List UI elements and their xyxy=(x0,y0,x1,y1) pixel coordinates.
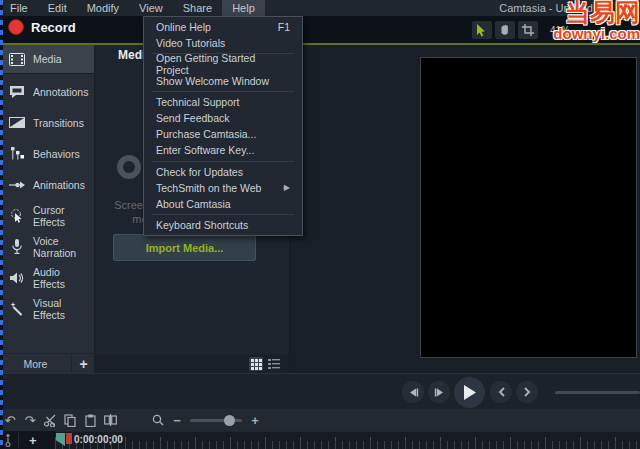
playhead-in-marker[interactable] xyxy=(56,433,65,446)
cursor-arrow-icon xyxy=(476,24,487,37)
menubar: File Edit Modify View Share Help Camtasi… xyxy=(0,0,640,16)
speaker-icon xyxy=(8,269,25,286)
track-options-icon[interactable] xyxy=(4,433,12,447)
menu-item-purchase-camtasia[interactable]: Purchase Camtasia... xyxy=(144,126,302,142)
scissors-icon xyxy=(44,414,57,427)
menu-item-label: Online Help xyxy=(156,21,211,33)
paste-button[interactable] xyxy=(80,411,100,429)
sidebar-label: Animations xyxy=(33,179,85,191)
duration-scrub-bar[interactable] xyxy=(555,391,640,394)
pan-button[interactable] xyxy=(495,21,515,39)
menu-item-label: Check for Updates xyxy=(156,166,243,178)
next-frame-button[interactable] xyxy=(428,381,450,403)
menu-item-keyboard-shortcuts[interactable]: Keyboard Shortcuts xyxy=(144,217,302,233)
menu-view[interactable]: View xyxy=(129,0,173,16)
timeline-ruler[interactable]: 0:00:00;00 xyxy=(55,431,640,449)
menu-item-label: Purchase Camtasia... xyxy=(156,128,256,140)
video-canvas[interactable] xyxy=(420,57,637,358)
record-button[interactable]: Record xyxy=(8,19,76,35)
previous-frame-icon xyxy=(408,388,419,397)
menu-share[interactable]: Share xyxy=(173,0,222,16)
timeline-zoom-knob[interactable] xyxy=(224,415,235,426)
chevron-right-icon xyxy=(524,387,531,397)
microphone-icon xyxy=(8,238,25,255)
canvas-zoom-level[interactable]: 41% xyxy=(550,25,570,36)
menu-edit[interactable]: Edit xyxy=(38,0,77,16)
menu-help[interactable]: Help xyxy=(222,0,265,16)
menu-item-technical-support[interactable]: Technical Support xyxy=(144,94,302,110)
split-button[interactable] xyxy=(100,411,120,429)
sidebar-footer: More + xyxy=(0,353,95,373)
menu-item-label: Enter Software Key... xyxy=(156,144,254,156)
copy-button[interactable] xyxy=(60,411,80,429)
sidebar-label: Voice Narration xyxy=(33,235,94,259)
menu-item-label: Video Tutorials xyxy=(156,37,225,49)
playhead[interactable] xyxy=(56,433,72,446)
menu-item-video-tutorials[interactable]: Video Tutorials xyxy=(144,35,302,51)
redo-button[interactable]: ↷ xyxy=(20,411,40,429)
sidebar-item-visual-effects[interactable]: Visual Effects xyxy=(0,293,94,324)
sidebar-item-transitions[interactable]: Transitions xyxy=(0,107,94,138)
sidebar-item-audio-effects[interactable]: Audio Effects xyxy=(0,262,94,293)
menu-item-enter-software-key[interactable]: Enter Software Key... xyxy=(144,142,302,158)
jump-forward-button[interactable] xyxy=(516,381,538,403)
menu-file[interactable]: File xyxy=(0,0,38,16)
track-tools-divider xyxy=(18,433,19,447)
chevron-left-icon xyxy=(498,387,505,397)
add-track-button[interactable]: + xyxy=(25,433,41,448)
animations-icon xyxy=(8,176,25,193)
sidebar-label: Audio Effects xyxy=(33,266,94,290)
menu-item-send-feedback[interactable]: Send Feedback xyxy=(144,110,302,126)
timeline-zoom-out-button[interactable]: − xyxy=(168,413,186,428)
help-dropdown-menu: Online Help F1 Video Tutorials Open Gett… xyxy=(143,16,303,236)
menu-item-techsmith-on-the-web[interactable]: TechSmith on the Web ▶ xyxy=(144,180,302,196)
sidebar-label: Media xyxy=(33,53,62,65)
sidebar-item-voice-narration[interactable]: Voice Narration xyxy=(0,231,94,262)
sidebar-label: Behaviors xyxy=(33,148,80,160)
list-view-button[interactable] xyxy=(267,357,281,371)
ruler-minor-ticks xyxy=(55,441,640,449)
menu-item-online-help[interactable]: Online Help F1 xyxy=(144,19,302,35)
canvas-stage xyxy=(290,45,640,373)
menu-item-label: Technical Support xyxy=(156,96,239,108)
menu-modify[interactable]: Modify xyxy=(77,0,129,16)
split-icon xyxy=(104,414,117,426)
media-panel-footer xyxy=(95,355,289,373)
menu-separator xyxy=(152,214,294,215)
menu-item-check-for-updates[interactable]: Check for Updates xyxy=(144,164,302,180)
timeline-toolbar: ↶ ↷ − + xyxy=(0,409,640,431)
magic-wand-icon xyxy=(8,300,25,317)
menu-item-label: About Camtasia xyxy=(156,198,231,210)
media-icon xyxy=(8,51,25,68)
empty-media-ring-icon xyxy=(117,155,141,179)
play-icon xyxy=(463,385,476,400)
sidebar-item-behaviors[interactable]: Behaviors xyxy=(0,138,94,169)
previous-frame-button[interactable] xyxy=(402,381,424,403)
timeline-zoom-slider[interactable] xyxy=(190,419,242,422)
timeline-zoom-in-button[interactable]: + xyxy=(246,413,264,428)
sidebar-item-cursor-effects[interactable]: Cursor Effects xyxy=(0,200,94,231)
sidebar-item-annotations[interactable]: Annotations xyxy=(0,76,94,107)
grid-view-button[interactable] xyxy=(249,357,263,371)
menu-item-label: Open Getting Started Project xyxy=(156,52,290,76)
crop-icon xyxy=(522,24,534,36)
hand-icon xyxy=(499,24,511,36)
cut-button[interactable] xyxy=(40,411,60,429)
sidebar-label: Transitions xyxy=(33,117,84,129)
menu-item-open-getting-started-project[interactable]: Open Getting Started Project xyxy=(144,56,302,72)
screen-edge-dashes xyxy=(0,0,3,449)
shortcut-label: F1 xyxy=(278,21,290,33)
menu-item-about-camtasia[interactable]: About Camtasia xyxy=(144,196,302,212)
sidebar-item-media[interactable]: Media xyxy=(0,45,94,74)
sidebar-more-button[interactable]: More xyxy=(0,354,71,373)
jump-back-button[interactable] xyxy=(490,381,512,403)
sidebar-add-button[interactable]: + xyxy=(71,354,95,373)
sidebar: Media Annotations Transitions Behaviors xyxy=(0,45,95,373)
playhead-out-marker[interactable] xyxy=(66,433,72,444)
select-cursor-button[interactable] xyxy=(472,21,492,39)
sidebar-item-animations[interactable]: Animations xyxy=(0,169,94,200)
crop-button[interactable] xyxy=(518,21,538,39)
play-button[interactable] xyxy=(454,377,485,408)
undo-button[interactable]: ↶ xyxy=(0,411,20,429)
import-media-button[interactable]: Import Media... xyxy=(113,234,256,261)
